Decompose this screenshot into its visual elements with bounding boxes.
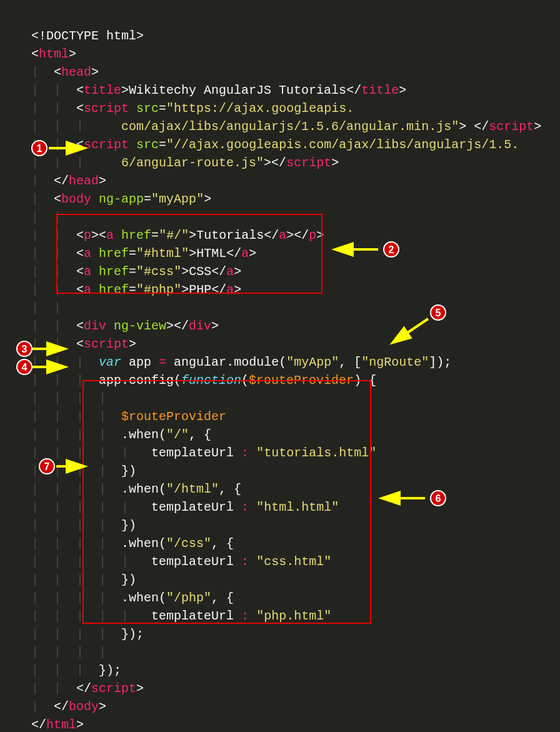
code-editor: <!DOCTYPE html> <html> | <head> | | <tit…: [0, 0, 560, 732]
doctype: <!DOCTYPE html>: [31, 29, 144, 43]
